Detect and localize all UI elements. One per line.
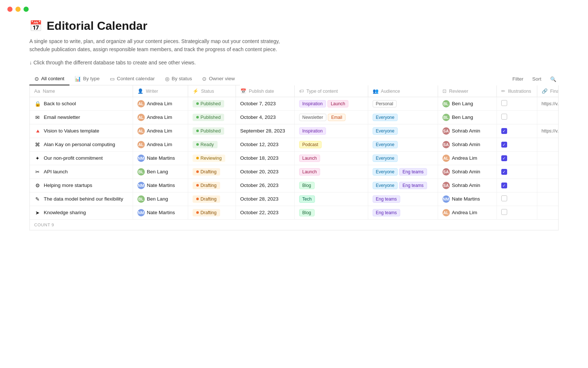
illustrations-checkbox[interactable] (501, 195, 507, 201)
cell-writer: NMNate Martins (133, 206, 188, 219)
tab-by-type[interactable]: 📊 By type (69, 73, 105, 85)
reviewer-avatar: AL (442, 155, 450, 162)
writer-name: Ben Lang (147, 169, 168, 174)
close-button[interactable] (7, 7, 12, 12)
cell-publish-date: October 26, 2023 (236, 178, 294, 192)
status-dot (196, 102, 199, 105)
illustrations-checkbox[interactable]: ✓ (501, 142, 507, 148)
writer-name: Andrea Lim (147, 114, 172, 120)
final-url-text[interactable]: https://v... (542, 128, 559, 134)
table-row[interactable]: ✉Email newsletterALAndrea LimPublishedOc… (30, 110, 559, 124)
row-icon: ⌘ (34, 142, 41, 148)
status-dot (196, 211, 199, 214)
cell-status[interactable]: Published (188, 110, 236, 124)
cell-status[interactable]: Ready (188, 138, 236, 151)
tab-owner-view-label: Owner view (209, 76, 235, 81)
table-header-row: Aa Name 👤 Writer ⚡ Status 📅 Publish date (30, 85, 559, 97)
illustrations-checkbox[interactable] (501, 100, 507, 106)
cell-name[interactable]: ⌘Alan Kay on personal computing (30, 138, 133, 151)
row-icon: ✉ (34, 114, 41, 120)
col-header-writer[interactable]: 👤 Writer (133, 85, 188, 97)
table-row[interactable]: ✦Our non-profit commitmentNMNate Martins… (30, 151, 559, 165)
illustrations-checkbox[interactable]: ✓ (501, 155, 507, 161)
cell-status[interactable]: Drafting (188, 165, 236, 178)
cell-name[interactable]: ✂API launch (30, 165, 133, 178)
search-button[interactable]: 🔍 (548, 75, 559, 84)
cell-status[interactable]: Published (188, 97, 236, 110)
table-row[interactable]: ✎The data model behind our flexibilityBL… (30, 192, 559, 206)
cell-illustrations[interactable]: ✓ (496, 165, 537, 178)
cell-name[interactable]: ✦Our non-profit commitment (30, 151, 133, 165)
tab-content-calendar[interactable]: ▭ Content calendar (105, 73, 160, 85)
cell-status[interactable]: Drafting (188, 192, 236, 206)
cell-audience: Everyone (368, 138, 438, 151)
cell-status[interactable]: Reviewing (188, 151, 236, 165)
cell-status[interactable]: Drafting (188, 206, 236, 219)
cell-illustrations[interactable]: ✓ (496, 124, 537, 138)
row-name-text: Knowledge sharing (44, 210, 86, 215)
page-icon: 📅 (29, 20, 42, 32)
col-header-reviewer[interactable]: ⊡ Reviewer (438, 85, 496, 97)
cell-name[interactable]: ➤Knowledge sharing (30, 206, 133, 219)
col-header-status[interactable]: ⚡ Status (188, 85, 236, 97)
cell-illustrations[interactable]: ✓ (496, 151, 537, 165)
table-row[interactable]: ➤Knowledge sharingNMNate MartinsDrafting… (30, 206, 559, 219)
filter-button[interactable]: Filter (510, 75, 526, 83)
maximize-button[interactable] (24, 7, 29, 12)
cell-status[interactable]: Published (188, 124, 236, 138)
minimize-button[interactable] (15, 7, 21, 12)
table-row[interactable]: ⌘Alan Kay on personal computingALAndrea … (30, 138, 559, 151)
avatar: NM (137, 182, 145, 189)
audience-tag: Eng teams (373, 209, 400, 216)
cell-illustrations[interactable] (496, 206, 537, 219)
cell-status[interactable]: Drafting (188, 178, 236, 192)
status-label: Drafting (201, 183, 217, 188)
type-tag: Launch (327, 100, 348, 107)
table-row[interactable]: ✂API launchBLBen LangDraftingOctober 20,… (30, 165, 559, 178)
final-url-text[interactable]: https://v... (542, 101, 559, 106)
col-header-final[interactable]: 🔗 Final (537, 85, 559, 97)
status-dot (196, 116, 199, 118)
illustrations-checkbox[interactable]: ✓ (501, 169, 507, 175)
cell-writer: ALAndrea Lim (133, 110, 188, 124)
cell-type: Inspiration (294, 124, 368, 138)
cell-audience: Eng teams (368, 192, 438, 206)
illustrations-checkbox[interactable] (501, 114, 507, 120)
table-row[interactable]: ⚙Helping more startupsNMNate MartinsDraf… (30, 178, 559, 192)
cell-name[interactable]: ✎The data model behind our flexibility (30, 192, 133, 206)
cell-reviewer: NMNate Martins (438, 192, 496, 206)
cell-name[interactable]: 🔒Back to school (30, 97, 133, 110)
reviewer-avatar: AL (442, 209, 450, 216)
row-icon: ✎ (34, 196, 41, 202)
illustrations-checkbox[interactable]: ✓ (501, 183, 507, 188)
illustrations-checkbox[interactable] (501, 209, 507, 215)
sort-button[interactable]: Sort (530, 75, 544, 83)
cell-illustrations[interactable] (496, 192, 537, 206)
col-header-illustrations[interactable]: ✏ Illustrations (496, 85, 537, 97)
illustrations-checkbox[interactable]: ✓ (501, 128, 507, 134)
status-dot (196, 143, 199, 146)
cell-final-url: https://v... (537, 97, 559, 110)
cell-name[interactable]: ⚙Helping more startups (30, 178, 133, 192)
page-hint: ↓ Click through the different database t… (29, 60, 559, 66)
col-header-type[interactable]: 🏷 Type of content (294, 85, 368, 97)
tab-by-status[interactable]: ◎ By status (160, 73, 197, 85)
tab-owner-view[interactable]: ⊙ Owner view (197, 73, 240, 85)
cell-name[interactable]: ✉Email newsletter (30, 110, 133, 124)
cell-illustrations[interactable] (496, 110, 537, 124)
cell-publish-date: October 28, 2023 (236, 192, 294, 206)
col-header-name[interactable]: Aa Name (30, 85, 133, 97)
cell-illustrations[interactable]: ✓ (496, 178, 537, 192)
status-badge: Published (193, 114, 225, 121)
status-label: Published (201, 115, 221, 120)
cell-illustrations[interactable]: ✓ (496, 138, 537, 151)
tab-all-content[interactable]: ⊙ All content (29, 73, 69, 85)
reviewer-avatar: BL (442, 114, 450, 121)
cell-illustrations[interactable] (496, 97, 537, 110)
cell-name[interactable]: 🔺Vision to Values template (30, 124, 133, 138)
table-row[interactable]: 🔺Vision to Values templateALAndrea LimPu… (30, 124, 559, 138)
reviewer-avatar: SA (442, 168, 450, 176)
table-row[interactable]: 🔒Back to schoolALAndrea LimPublishedOcto… (30, 97, 559, 110)
col-header-publish-date[interactable]: 📅 Publish date (236, 85, 294, 97)
col-header-audience[interactable]: 👥 Audience (368, 85, 438, 97)
